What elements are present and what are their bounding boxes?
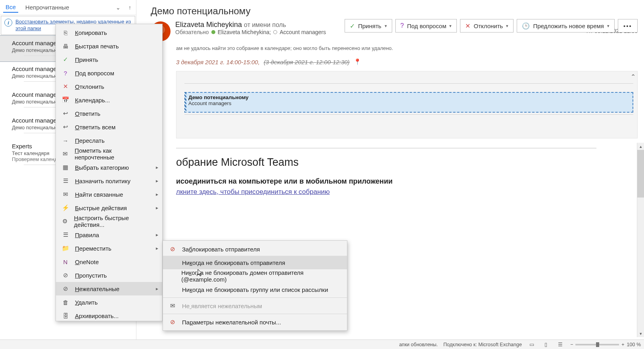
ctx-item[interactable]: ⊘Нежелательные▸ bbox=[56, 282, 162, 295]
ctx-item[interactable]: ☰Назначить политику▸ bbox=[56, 174, 162, 188]
presence-unknown-icon bbox=[273, 30, 277, 34]
context-menu[interactable]: ⎘Копировать🖶Быстрая печать✓Принять?Под в… bbox=[56, 24, 163, 321]
mail-list-tabs: Все Непрочитанные ⌄ ↑ bbox=[0, 0, 136, 15]
decline-button[interactable]: ✕ Отклонить ▾ bbox=[460, 19, 514, 33]
accept-label: Принять bbox=[358, 23, 381, 29]
menu-label: Быстрые действия bbox=[75, 205, 127, 211]
ctx-item[interactable]: ✉Найти связанные▸ bbox=[56, 188, 162, 201]
ctx-item[interactable]: ⊘Параметры нежелательной почты... bbox=[163, 315, 347, 329]
ctx-item[interactable]: Никогда не блокировать группу или список… bbox=[163, 283, 347, 296]
mail-icon: ✉ bbox=[169, 302, 176, 309]
ctx-item[interactable]: ?Под вопросом bbox=[56, 66, 162, 80]
message-title: Демо потенциальному bbox=[136, 0, 644, 21]
view-compact-icon[interactable]: ☰ bbox=[556, 341, 565, 348]
menu-label: Заблокировать отправителя bbox=[182, 246, 260, 253]
ctx-item[interactable]: ⚡Быстрые действия▸ bbox=[56, 201, 162, 215]
zoom-slider[interactable] bbox=[575, 344, 619, 345]
menu-label: Ответить всем bbox=[75, 124, 115, 130]
tentative-label: Под вопросом bbox=[407, 23, 446, 29]
menu-label: Никогда не блокировать группу или список… bbox=[182, 286, 328, 293]
tentative-button[interactable]: ? Под вопросом ▾ bbox=[395, 19, 457, 33]
menu-label: Отклонить bbox=[75, 83, 104, 90]
ctx-item[interactable]: ✕Отклонить bbox=[56, 80, 162, 93]
tab-all[interactable]: Все bbox=[3, 2, 18, 13]
menu-label: Переместить bbox=[75, 245, 111, 252]
sort-arrow-icon[interactable]: ↑ bbox=[127, 4, 133, 12]
ctx-item[interactable]: Никогда не блокировать отправителя bbox=[163, 256, 347, 269]
status-updated: апки обновлены. bbox=[399, 342, 438, 347]
menu-label: Удалить bbox=[75, 299, 98, 306]
menu-icon: ☰ bbox=[61, 231, 69, 238]
ctx-item[interactable]: NOneNote bbox=[56, 255, 162, 268]
submenu-arrow-icon: ▸ bbox=[156, 165, 158, 170]
chevron-down-icon: ▾ bbox=[607, 23, 610, 29]
submenu-arrow-icon: ▸ bbox=[156, 178, 158, 184]
join-meeting-link[interactable]: лкните здесь, чтобы присоединиться к соб… bbox=[176, 188, 330, 196]
status-bar: апки обновлены. Подключено к: Microsoft … bbox=[0, 339, 644, 349]
chevron-down-icon: ▾ bbox=[506, 23, 508, 29]
propose-time-button[interactable]: 🕒 Предложить новое время ▾ bbox=[517, 19, 615, 33]
calendar-preview[interactable]: ⌃ Демо потенциальному Account managers bbox=[176, 71, 638, 138]
ctx-item[interactable]: ↩Ответить всем bbox=[56, 120, 162, 134]
ctx-item[interactable]: ✉Пометить как непрочтенные bbox=[56, 147, 162, 161]
ctx-item[interactable]: 🗑Удалить bbox=[56, 295, 162, 309]
filter-dropdown-icon[interactable]: ⌄ bbox=[114, 4, 122, 12]
ctx-item[interactable]: ✓Принять bbox=[56, 53, 162, 66]
ctx-item[interactable]: ⊘Заблокировать отправителя bbox=[163, 242, 347, 256]
menu-icon: ⊘ bbox=[61, 285, 69, 292]
scroll-up-icon[interactable]: ▴ bbox=[637, 143, 644, 150]
scroll-thumb[interactable] bbox=[637, 150, 644, 198]
ctx-item[interactable]: 📁Переместить▸ bbox=[56, 242, 162, 255]
ctx-item[interactable]: ☰Правила▸ bbox=[56, 228, 162, 242]
accept-button[interactable]: ✓ Принять ▾ bbox=[345, 19, 392, 33]
menu-icon: ⚡ bbox=[61, 204, 69, 211]
block-sender-icon: ⊘ bbox=[169, 318, 176, 326]
menu-icon: ⊘ bbox=[61, 272, 69, 279]
zoom-out-icon[interactable]: − bbox=[570, 342, 573, 347]
zoom-control[interactable]: − + 100 % bbox=[570, 342, 641, 347]
scroll-down-icon[interactable]: ▾ bbox=[637, 330, 644, 337]
junk-submenu[interactable]: ⊘Заблокировать отправителяНикогда не бло… bbox=[163, 240, 347, 331]
ctx-item[interactable]: →Переслать bbox=[56, 134, 162, 147]
ctx-item[interactable]: ⚙Настроить быстрые действия... bbox=[56, 215, 162, 228]
menu-label: Архивировать... bbox=[75, 313, 119, 319]
submenu-arrow-icon: ▸ bbox=[156, 192, 158, 197]
menu-label: Назначить политику bbox=[75, 178, 130, 184]
ctx-item[interactable]: ▦Выбрать категорию▸ bbox=[56, 161, 162, 174]
message-body: обрание Microsoft Teams исоединиться на … bbox=[136, 142, 644, 204]
zoom-in-icon[interactable]: + bbox=[621, 342, 624, 347]
menu-label: Пометить как непрочтенные bbox=[75, 147, 150, 161]
vertical-scrollbar[interactable]: ▴ ▾ bbox=[637, 143, 644, 337]
submenu-arrow-icon: ▸ bbox=[156, 286, 158, 291]
ctx-item[interactable]: ⎘Копировать bbox=[56, 26, 162, 39]
ctx-item[interactable]: 📅Календарь... bbox=[56, 93, 162, 107]
menu-icon: 🖶 bbox=[61, 43, 69, 50]
menu-label: Никогда не блокировать отправителя bbox=[182, 259, 285, 266]
view-reading-icon[interactable]: ▯ bbox=[542, 341, 550, 348]
menu-label: Копировать bbox=[75, 29, 107, 36]
slot-organizer: Account managers bbox=[188, 100, 629, 106]
calendar-slot[interactable]: Демо потенциальному Account managers bbox=[184, 92, 633, 113]
ctx-item[interactable]: 🗄Архивировать... bbox=[56, 309, 162, 322]
clock-icon: 🕒 bbox=[522, 22, 530, 30]
ctx-item: ✉Не является нежелательным bbox=[163, 299, 347, 313]
tab-unread[interactable]: Непрочитанные bbox=[23, 2, 72, 12]
ctx-item[interactable]: ↩Ответить bbox=[56, 107, 162, 120]
block-sender-icon: ⊘ bbox=[169, 245, 176, 253]
ctx-item[interactable]: ⊘Пропустить bbox=[56, 268, 162, 282]
collapse-icon[interactable]: ⌃ bbox=[631, 73, 636, 81]
menu-label: Календарь... bbox=[75, 97, 110, 104]
menu-icon: ▦ bbox=[61, 164, 69, 171]
recipient: Elizaveta Micheykina; bbox=[218, 29, 271, 35]
ctx-item[interactable]: Никогда не блокировать домен отправителя… bbox=[163, 269, 347, 283]
menu-label: Выбрать категорию bbox=[75, 164, 129, 171]
menu-icon: ✓ bbox=[61, 56, 69, 63]
slot-title: Демо потенциальному bbox=[188, 94, 629, 100]
view-normal-icon[interactable]: ▭ bbox=[527, 341, 536, 348]
meeting-when: 3 декабря 2021 г. 14:00-15:00, (3 декабр… bbox=[136, 51, 644, 68]
more-actions-button[interactable]: ••• bbox=[618, 19, 638, 33]
ctx-item[interactable]: 🖶Быстрая печать bbox=[56, 39, 162, 53]
check-icon: ✓ bbox=[350, 22, 355, 30]
status-connected: Подключено к: Microsoft Exchange bbox=[443, 342, 522, 347]
join-heading: исоединиться на компьютере или в мобильн… bbox=[176, 177, 596, 186]
